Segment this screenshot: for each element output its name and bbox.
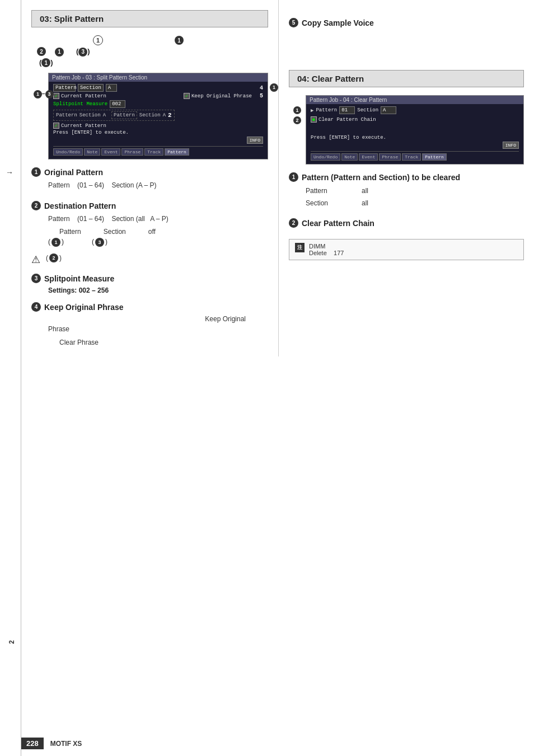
scr-splitpoint-val[interactable]: 002 (110, 100, 125, 108)
scr-dest-pattern2: Pattern (111, 111, 137, 119)
param5-num: 5 (289, 18, 298, 27)
param1-section: Section (A – P) (111, 181, 156, 189)
warning-circle2: 2 (49, 253, 58, 262)
param2-circle1: 1 (51, 238, 60, 247)
top-diagram: 1 1 2 1 (3) (1) (31, 35, 268, 67)
param1-label: Original Pattern (44, 168, 103, 177)
scr-info-btn[interactable]: INFO (247, 137, 263, 144)
scr-title: Pattern Job - 03 : Split Pattern Section (49, 73, 268, 82)
scr-dest-a: A (103, 112, 106, 118)
scr-dest-section2: Section (139, 112, 161, 118)
scr-tab-undo[interactable]: Undo/Redo (53, 148, 83, 156)
scr2-pattern-val[interactable]: 01 (339, 106, 355, 114)
scr-tab-note[interactable]: Note (84, 148, 100, 156)
scr-tab-track[interactable]: Track (144, 148, 163, 156)
note-val2: 177 (334, 250, 344, 256)
scr2-check1[interactable]: ■ (311, 116, 317, 123)
param3-heading: 3 Splitpoint Measure (31, 274, 268, 283)
rparam1-heading: 1 Pattern (Pattern and Section) to be cl… (289, 172, 524, 182)
scr-dest-a2: A (163, 112, 166, 118)
param2-section: Section (all (111, 215, 144, 223)
scr-tab-phrase[interactable]: Phrase (121, 148, 143, 156)
scr2-clear-chain-label: Clear Pattern Chain (318, 117, 376, 123)
param1-pattern: Pattern (48, 181, 70, 189)
param2-range2: A – P) (150, 215, 168, 223)
scr2-tab-track[interactable]: Track (402, 153, 421, 161)
scr-tab-pattern[interactable]: Pattern (165, 148, 189, 156)
right-column: 5 Copy Sample Voice 04: Clear Pattern Pa… (279, 0, 534, 356)
param2-num: 2 (31, 201, 41, 210)
label-num-1-3: 1–3 (34, 90, 54, 98)
rparam1-val1: all (362, 185, 368, 198)
warning-icon: ⚠ (31, 253, 40, 266)
scr-pattern-input[interactable]: Pattern (53, 84, 76, 92)
scr-dest-pattern: Pattern (56, 112, 77, 118)
clear-phrase-label: Clear Phrase (59, 339, 268, 346)
scr-check1[interactable]: ✓ (53, 93, 59, 99)
scr-press-enter: Press [ENTER] to execute. (53, 130, 129, 135)
param1-range: (01 – 64) (77, 181, 104, 189)
param2-pattern: Pattern (48, 215, 70, 223)
scr-num5: 5 (260, 93, 263, 99)
rparam1-val2: all (362, 198, 368, 210)
scr2-num2: 2 (293, 116, 301, 124)
scr2-section-label: Section (357, 107, 378, 113)
param2-body: Pattern (01 – 64) Section (all A – P) (48, 214, 268, 224)
scr2-tab-pattern[interactable]: Pattern (422, 153, 447, 161)
param4-heading: 4 Keep Original Phrase (31, 302, 268, 312)
keep-original-val: Keep Original (48, 315, 268, 323)
note-line1: DIMM (309, 243, 344, 250)
param3-num: 3 (31, 274, 41, 283)
scr-current-pattern-label: Current Pattern (61, 93, 106, 99)
scr2-section-val[interactable]: A (381, 106, 396, 114)
scr-tab-event[interactable]: Event (101, 148, 120, 156)
scr-splitpoint-label: Splitpoint Measure (53, 101, 107, 107)
rparam1-row1: Pattern all (306, 185, 524, 198)
left-column: 03: Split Pattern 1 1 2 1 (3) (21, 0, 279, 356)
rparam2-label: Clear Pattern Chain (302, 219, 374, 228)
scr-section-label: Section (78, 84, 104, 92)
param2-row2-section: Section (104, 228, 126, 236)
scr-current-pattern2: Current Pattern (61, 123, 106, 129)
section-03-title: 03: Split Pattern (40, 14, 104, 24)
rparam1-label: Pattern (Pattern and Section) to be clea… (302, 173, 460, 182)
param3-label: Splitpoint Measure (44, 274, 114, 283)
scr2-info-btn[interactable]: INFO (503, 142, 519, 149)
rparam2-num: 2 (289, 218, 298, 228)
brand-name: MOTIF XS (50, 740, 82, 748)
rparam2-heading: 2 Clear Pattern Chain (289, 218, 524, 228)
diag-label-1-right: 1 (175, 36, 184, 45)
param1-body: Pattern (01 – 64) Section (A – P) (48, 180, 268, 191)
param2-circle3: 3 (95, 238, 104, 247)
arrow-indicator: → (6, 168, 13, 177)
scr2-tab-event[interactable]: Event (359, 153, 378, 161)
param5-heading: 5 Copy Sample Voice (289, 18, 524, 27)
section-03-header: 03: Split Pattern (31, 10, 268, 27)
param2-range: (01 – 64) (77, 215, 104, 223)
scr-check2[interactable]: ✓ (184, 93, 190, 99)
diag-paren-3: (3) (76, 47, 90, 55)
diag-circle-1-top: 1 (93, 35, 103, 45)
param1-heading: 1 Original Pattern (31, 167, 268, 177)
scr2-tab-undo[interactable]: Undo/Redo (311, 153, 340, 161)
scr-num2: 2 (168, 112, 172, 119)
scr2-tab-note[interactable]: Note (341, 153, 358, 161)
scr2-tab-phrase[interactable]: Phrase (379, 153, 401, 161)
warning-text: (2) (46, 253, 62, 262)
scr-check3[interactable]: ✓ (53, 123, 59, 129)
param2-label: Destination Pattern (44, 201, 116, 210)
section-04-title: 04: Clear Pattern (297, 74, 364, 83)
section-sidebar-label: 2 (8, 640, 16, 644)
scr2-num1: 1 (293, 106, 301, 114)
param3-settings: Settings: 002 – 256 (48, 287, 268, 294)
scr-dest-section: Section (79, 112, 101, 118)
scr-keep-original-label: Keep Original Phrase (191, 93, 252, 99)
diag-num-1: 1 (175, 36, 184, 45)
rparam1-key2: Section (306, 198, 345, 210)
rparam1-table: Pattern all Section all (306, 185, 524, 209)
section-04-header: 04: Clear Pattern (289, 70, 524, 87)
scr2-pattern-label: Pattern (316, 107, 337, 113)
param5-label: Copy Sample Voice (302, 18, 374, 27)
note-box: 注 DIMM Delete 177 (289, 239, 524, 260)
scr-section-val[interactable]: A (106, 84, 117, 92)
